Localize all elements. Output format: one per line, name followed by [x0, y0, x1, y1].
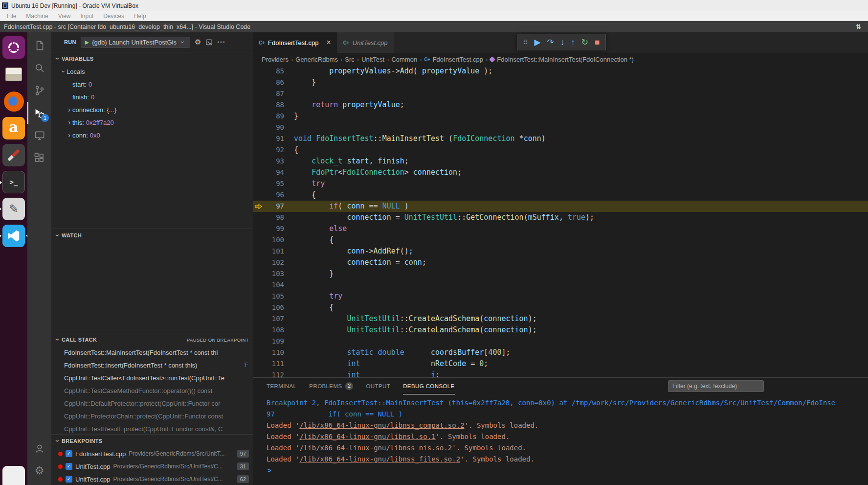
breakpoint-row[interactable]: ✓UnitTest.cppProviders/GenericRdbms/Src/… [51, 460, 253, 473]
continue-icon[interactable]: ▶ [534, 38, 541, 46]
library-link[interactable]: /lib/x86_64-linux-gnu/libnss_compat.so.2 [299, 421, 464, 429]
run-and-debug-icon[interactable]: 1 [27, 102, 51, 124]
remote-explorer-icon[interactable] [27, 124, 51, 147]
debug-console-panel-icon[interactable] [205, 39, 213, 46]
ubuntu-launcher-icon[interactable] [2, 36, 25, 59]
vbox-menu-input[interactable]: Input [76, 13, 99, 20]
callstack-frame[interactable]: FdoInsertTest::MainInsertTest(FdoInsertT… [51, 346, 253, 359]
software-launcher-icon[interactable] [2, 144, 25, 166]
line-number: 96 [264, 189, 284, 201]
panel-tab-problems[interactable]: PROBLEMS2 [309, 378, 353, 394]
variable-row[interactable]: finish:0 [51, 91, 253, 103]
vbox-menu-machine[interactable]: Machine [21, 13, 53, 20]
stop-icon[interactable]: ■ [595, 38, 600, 46]
code-line: 107 UnitTestUtil::CreateAcadSchema(conne… [253, 313, 868, 324]
cpp-file-icon: C+ [259, 40, 265, 46]
chevron-down-icon: › [179, 39, 186, 46]
breakpoint-row[interactable]: ✓UnitTest.cppProviders/GenericRdbms/Src/… [51, 473, 253, 485]
launch-config-dropdown[interactable]: ▶ (gdb) Launch UnitTestPostGis › [81, 37, 190, 48]
breadcrumb-item[interactable]: Common [391, 56, 417, 63]
breadcrumb-item[interactable]: GenericRdbms [295, 56, 338, 63]
gear-icon[interactable]: ⚙ [195, 38, 201, 46]
vbox-menu-file[interactable]: File [2, 13, 21, 20]
accounts-icon[interactable] [27, 437, 51, 460]
files-launcher-icon[interactable] [2, 63, 25, 86]
vscode-launcher-icon[interactable] [2, 225, 25, 247]
watch-section-header[interactable]: › WATCH [51, 229, 253, 242]
chevron-right-icon: › [66, 106, 72, 113]
amazon-launcher-icon[interactable]: a [2, 117, 25, 139]
drag-grip-icon[interactable]: ⠿ [523, 39, 528, 46]
breakpoints-section-header[interactable]: › BREAKPOINTS [51, 435, 253, 447]
code-line: 95 try [253, 178, 868, 189]
panel-tab-debug-console[interactable]: DEBUG CONSOLE [403, 378, 455, 394]
console-line: Loaded '/lib/x86_64-linux-gnu/libnss_com… [267, 420, 868, 431]
variable-row[interactable]: ›connection:{...} [51, 103, 253, 116]
line-number: 100 [264, 234, 284, 246]
current-line-arrow-icon[interactable] [253, 204, 264, 209]
vbox-menu-help[interactable]: Help [129, 13, 151, 20]
breadcrumb-item[interactable]: Providers [262, 56, 289, 63]
virtualbox-window-title: Ubuntu 16 Dev [Running] - Oracle VM Virt… [11, 2, 138, 9]
breakpoint-row[interactable]: ✓FdoInsertTest.cppProviders/GenericRdbms… [51, 447, 253, 460]
terminal-launcher-icon[interactable]: >_ [2, 171, 25, 193]
editor-launcher-icon[interactable]: ✎ [2, 198, 25, 220]
callstack-frame[interactable]: CppUnit::TestCaseMethodFunctor::operator… [51, 384, 253, 397]
vbox-menu-view[interactable]: View [53, 13, 76, 20]
variable-value: 0 [91, 93, 94, 101]
callstack-frame[interactable]: FdoInsertTest::insert(FdoInsertTest * co… [51, 359, 253, 371]
running-indicator-icon [0, 207, 1, 211]
breakpoints-title: BREAKPOINTS [62, 438, 102, 444]
panel-tab-terminal[interactable]: TERMINAL [267, 378, 296, 394]
callstack-frame[interactable]: CppUnit::TestResult::protect(CppUnit::Fu… [51, 422, 253, 434]
restart-icon[interactable]: ↻ [581, 38, 588, 46]
callstack-frame[interactable]: CppUnit::ProtectorChain::protect(CppUnit… [51, 410, 253, 422]
library-link[interactable]: /lib/x86_64-linux-gnu/libnss_files.so.2 [299, 455, 460, 463]
settings-icon[interactable]: ⚙ [27, 460, 51, 482]
search-icon[interactable] [27, 57, 51, 79]
firefox-launcher-icon[interactable] [2, 90, 25, 113]
callstack-section-header[interactable]: › CALL STACK PAUSED ON BREAKPOINT [51, 333, 253, 346]
callstack-frame[interactable]: CppUnit::TestCaller<FdoInsertTest>::runT… [51, 371, 253, 384]
step-into-icon[interactable]: ↓ [560, 38, 565, 46]
tab-FdoInsertTest.cpp[interactable]: C+FdoInsertTest.cpp× [253, 32, 337, 53]
panel-tab-output[interactable]: OUTPUT [366, 378, 390, 394]
partial-launcher-icon[interactable] [2, 466, 25, 485]
code-line: 93 clock_t start, finish; [253, 156, 868, 167]
variable-row[interactable]: ›this:0x2ff7a20 [51, 116, 253, 129]
variable-row[interactable]: start:0 [51, 78, 253, 91]
updown-arrows-icon[interactable]: ⇅ [856, 23, 868, 30]
more-actions-icon[interactable]: ··· [217, 38, 225, 46]
breadcrumb-item[interactable]: UnitTest [361, 56, 384, 63]
breadcrumb-item[interactable]: Src [345, 56, 355, 63]
breakpoint-dot-icon [58, 452, 63, 456]
breakpoint-checkbox[interactable]: ✓ [66, 450, 72, 457]
source-control-icon[interactable] [27, 79, 51, 102]
breadcrumb-item[interactable]: FdoInsertTest::MainInsertTest(FdoIConnec… [490, 56, 634, 63]
variables-section-header[interactable]: › VARIABLES [51, 52, 253, 65]
problems-count-badge: 2 [345, 382, 353, 390]
close-icon[interactable]: × [326, 39, 331, 46]
extensions-icon[interactable] [27, 147, 51, 169]
chevron-right-icon: › [420, 56, 422, 63]
library-link[interactable]: /lib/x86_64-linux-gnu/libnsl.so.1 [299, 433, 435, 440]
step-out-icon[interactable]: ↑ [571, 38, 575, 46]
tab-UnitTest.cpp[interactable]: C+UnitTest.cpp [337, 32, 394, 53]
vbox-menu-devices[interactable]: Devices [98, 13, 129, 20]
code-line: 99 else [253, 223, 868, 234]
step-over-icon[interactable]: ↷ [547, 38, 554, 46]
callstack-frame[interactable]: CppUnit::DefaultProtector::protect(CppUn… [51, 397, 253, 410]
code-editor[interactable]: 85 propertyValues->Add( propertyValue );… [253, 66, 868, 377]
console-line: 97 if( conn == NULL ) [267, 409, 868, 420]
explorer-icon[interactable] [27, 34, 51, 57]
locals-group[interactable]: › Locals [51, 65, 253, 78]
debug-console-input[interactable]: > [267, 465, 868, 476]
breakpoint-checkbox[interactable]: ✓ [66, 476, 72, 483]
breakpoint-checkbox[interactable]: ✓ [66, 463, 72, 470]
library-link[interactable]: /lib/x86_64-linux-gnu/libnss_nis.so.2 [299, 444, 452, 452]
debug-console-filter-input[interactable] [668, 380, 764, 392]
breadcrumb-item[interactable]: C+FdoInsertTest.cpp [424, 56, 483, 63]
chevron-down-icon: › [54, 438, 61, 444]
variable-row[interactable]: ›conn:0x0 [51, 129, 253, 141]
start-debugging-icon[interactable]: ▶ [85, 39, 89, 46]
